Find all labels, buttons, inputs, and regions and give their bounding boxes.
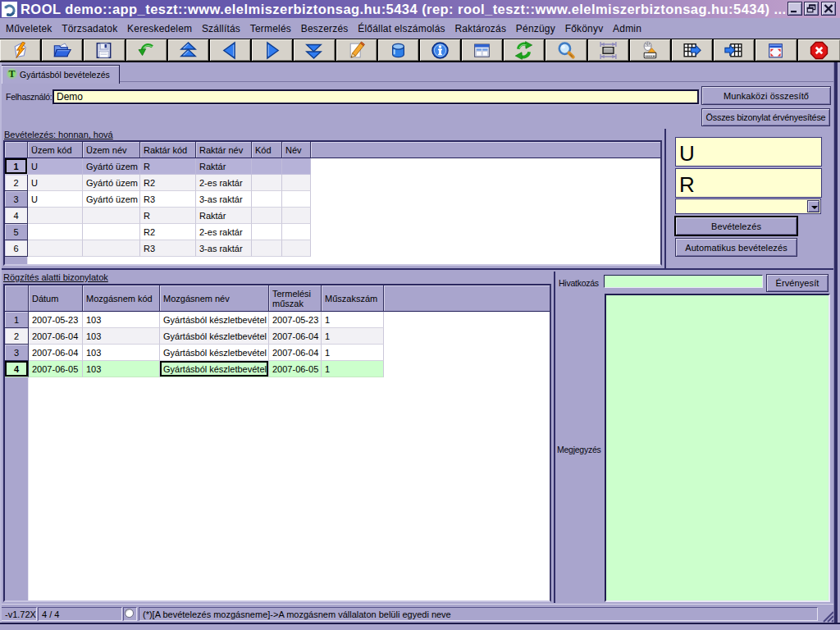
grid-cell[interactable]: Gyártásból készletbevétel: [160, 312, 269, 328]
grid-cell[interactable]: U: [28, 175, 83, 191]
grid-row[interactable]: 5R22-es raktár: [5, 224, 660, 240]
grid-cell[interactable]: 103: [83, 345, 160, 361]
grid-row[interactable]: 3UGyártó üzemR33-as raktár: [5, 191, 660, 208]
grid-cell[interactable]: [282, 158, 311, 175]
fit-window-button[interactable]: [756, 39, 797, 61]
first-record-button[interactable]: [168, 39, 210, 61]
grid-cell[interactable]: 103: [83, 312, 160, 328]
refresh-button[interactable]: [504, 39, 546, 61]
grid-row[interactable]: 42007-06-05103Gyártásból készletbevétel2…: [5, 361, 550, 377]
row-number-cell[interactable]: 3: [5, 191, 28, 208]
form-button[interactable]: [462, 39, 504, 61]
grid-cell[interactable]: [83, 240, 140, 257]
row-number-cell[interactable]: 2: [5, 175, 28, 191]
database-button[interactable]: [378, 39, 420, 61]
grid-cell[interactable]: [252, 224, 282, 240]
grid-cell[interactable]: 2007-06-05: [269, 361, 322, 377]
column-header[interactable]: Raktár név: [196, 142, 252, 158]
column-header[interactable]: Név: [282, 142, 311, 158]
grid-cell[interactable]: [28, 208, 83, 224]
grid-cell[interactable]: [28, 224, 83, 240]
transfer-grid[interactable]: Üzem kódÜzem névRaktár kódRaktár névKódN…: [3, 140, 662, 266]
execute-button[interactable]: [0, 39, 42, 61]
grid-cell[interactable]: [282, 175, 311, 191]
input-devices-button[interactable]: [630, 39, 672, 61]
menu-item-admin[interactable]: Admin: [613, 23, 641, 34]
grid-cell[interactable]: 2007-06-05: [29, 361, 83, 377]
grid-row[interactable]: 6R33-as raktár: [5, 240, 660, 257]
menu-item-sz-ll-t-s[interactable]: Szállítás: [202, 23, 240, 34]
grid-cell[interactable]: [252, 175, 282, 191]
resize-grip[interactable]: [820, 609, 834, 623]
reference-input[interactable]: [604, 275, 763, 288]
grid-cell[interactable]: 3-as raktár: [196, 240, 252, 257]
row-number-cell[interactable]: 1: [5, 312, 29, 328]
grid-cell[interactable]: R3: [140, 191, 196, 208]
grid-cell[interactable]: R: [140, 158, 196, 175]
transfer-caption[interactable]: Bevételezés: honnan, hová: [4, 130, 113, 139]
grid-cell[interactable]: Gyártó üzem: [83, 158, 140, 175]
grid-cell[interactable]: [282, 191, 311, 208]
grid-cell[interactable]: Raktár: [196, 208, 252, 224]
menu-item-t-rzsadatok[interactable]: Törzsadatok: [62, 23, 117, 34]
column-header[interactable]: Mozgásnem kód: [83, 285, 160, 312]
grid-cell[interactable]: R2: [140, 224, 196, 240]
grid-cell[interactable]: [28, 240, 83, 257]
menu-item-f-k-nyv[interactable]: Főkönyv: [565, 23, 604, 34]
grid-row[interactable]: 1UGyártó üzemRRaktár: [5, 158, 660, 175]
grid-cell[interactable]: 2-es raktár: [196, 224, 252, 240]
grid-row[interactable]: 12007-05-23103Gyártásból készletbevétel2…: [5, 312, 550, 328]
row-number-cell[interactable]: 5: [5, 224, 28, 240]
note-textarea[interactable]: [605, 294, 830, 602]
close-button[interactable]: [821, 2, 836, 16]
row-number-cell[interactable]: 4: [5, 361, 29, 377]
column-header[interactable]: Kód: [252, 142, 282, 158]
target-code-input[interactable]: R: [675, 168, 822, 198]
export-grid-button[interactable]: [672, 39, 714, 61]
column-header[interactable]: Üzem kód: [28, 142, 83, 158]
column-header[interactable]: Üzem név: [83, 142, 140, 158]
grid-cell[interactable]: [282, 208, 311, 224]
grid-cell[interactable]: Gyártó üzem: [83, 191, 140, 208]
grid-cell[interactable]: 1: [322, 328, 384, 345]
product-combobox[interactable]: [675, 199, 821, 214]
row-number-cell[interactable]: 3: [5, 345, 29, 361]
grid-row[interactable]: 22007-06-04103Gyártásból készletbevétel2…: [5, 328, 550, 345]
user-input[interactable]: Demo: [52, 89, 699, 104]
validate-all-button[interactable]: Összes bizonylat érvényesítése: [701, 108, 830, 126]
column-header[interactable]: Műszakszám: [322, 285, 384, 312]
grid-row[interactable]: 2UGyártó üzemR22-es raktár: [5, 175, 660, 191]
grid-cell[interactable]: 2-es raktár: [196, 175, 252, 191]
grid-cell[interactable]: [252, 191, 282, 208]
info-button[interactable]: [420, 39, 462, 61]
grid-cell[interactable]: [282, 224, 311, 240]
next-record-button[interactable]: [252, 39, 294, 61]
save-button[interactable]: [84, 39, 126, 61]
edit-button[interactable]: [336, 39, 378, 61]
documents-caption[interactable]: Rögzítés alatti bizonylatok: [3, 272, 108, 282]
menu-item-p-nz-gy[interactable]: Pénzügy: [516, 23, 555, 34]
grid-cell[interactable]: 2007-05-23: [269, 312, 322, 328]
grid-cell[interactable]: [282, 240, 311, 257]
combo-dropdown-button[interactable]: [807, 200, 819, 212]
menu-item-beszerz-s[interactable]: Beszerzés: [301, 23, 349, 34]
record-band-button[interactable]: [588, 39, 630, 61]
row-number-cell[interactable]: 6: [5, 240, 28, 257]
last-record-button[interactable]: [294, 39, 336, 61]
grid-row[interactable]: 4RRaktár: [5, 208, 660, 224]
open-button[interactable]: [42, 39, 84, 61]
column-header[interactable]: Termelési műszak: [269, 285, 322, 312]
grid-cell[interactable]: 2007-06-04: [29, 345, 83, 361]
grid-cell[interactable]: [83, 224, 140, 240]
grid-cell[interactable]: Gyártásból készletbevétel: [160, 361, 269, 377]
column-header[interactable]: Mozgásnem név: [160, 285, 269, 312]
grid-cell[interactable]: R2: [140, 175, 196, 191]
row-number-cell[interactable]: 1: [5, 158, 28, 175]
grid-cell[interactable]: Raktár: [196, 158, 252, 175]
auto-receive-button[interactable]: Automatikus bevételezés: [675, 238, 797, 257]
grid-cell[interactable]: [252, 240, 282, 257]
grid-cell[interactable]: 1: [322, 361, 384, 377]
column-header[interactable]: Dátum: [29, 285, 83, 312]
grid-cell[interactable]: 103: [83, 361, 160, 377]
grid-cell[interactable]: U: [28, 158, 83, 175]
